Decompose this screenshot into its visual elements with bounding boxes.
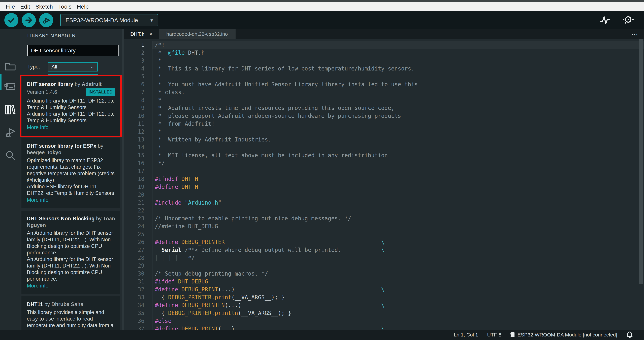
- code-line: 23/* Uncomment to enable printing out ni…: [124, 215, 644, 222]
- code-line: 21#include "Arduino.h": [124, 199, 644, 207]
- tab-dht-h[interactable]: DHT.h×: [124, 29, 159, 39]
- serial-plotter-button[interactable]: [600, 16, 610, 25]
- code-token: [178, 286, 182, 293]
- code-token: DEBUG_PRINTLN: [182, 302, 225, 308]
- line-content: */: [152, 159, 644, 167]
- library-list-item[interactable]: DHT sensor library by AdafruitVersion 1.…: [22, 76, 120, 136]
- board-selector-value: ESP32-WROOM-DA Module: [66, 17, 138, 24]
- sidebar-item-sketchbook[interactable]: [0, 57, 20, 76]
- card-meta: Version 1.4.6INSTALLED: [27, 88, 115, 96]
- line-content: *: [152, 57, 644, 65]
- code-token: DEBUG_PRINT: [182, 325, 218, 330]
- line-number: 16: [124, 159, 152, 167]
- code-line: 34#define DEBUG_PRINTLN(...) \: [124, 301, 644, 309]
- code-token: print: [215, 294, 231, 300]
- verify-button[interactable]: [4, 13, 18, 27]
- line-content: * MIT license, all text above must be in…: [152, 151, 644, 159]
- code-line: 2 * @file DHT.h: [124, 49, 644, 57]
- code-token: * Written by Adafruit Industries.: [155, 136, 271, 143]
- line-number: 22: [124, 207, 152, 215]
- code-token: */: [155, 160, 165, 166]
- description-line: Optimized libray to match ESP32 requirem…: [27, 157, 115, 183]
- library-name: DHT sensor library: [27, 81, 73, 87]
- sidebar-item-debug[interactable]: [0, 124, 20, 142]
- editor-tabbar: DHT.h×hardcoded-dht22-esp32.ino⋯: [124, 29, 644, 39]
- menu-item-sketch[interactable]: Sketch: [33, 3, 56, 10]
- code-line: 5 *: [124, 73, 644, 80]
- tab-overflow-menu[interactable]: ⋯: [631, 29, 639, 39]
- arduino-ide-window: FileEditSketchToolsHelp ESP32-WROOM-DA M…: [0, 0, 644, 340]
- filter-select-type[interactable]: All⌄: [48, 62, 98, 72]
- code-line: 24//#define DHT_DEBUG: [124, 222, 644, 230]
- code-line: 11 * from Adafruit!: [124, 120, 644, 128]
- code-line: 4 * This is a library for DHT series of …: [124, 65, 644, 73]
- encoding[interactable]: UTF-8: [487, 332, 502, 338]
- code-token: [182, 247, 185, 253]
- bug-play-icon: [42, 16, 50, 24]
- code-token: (...): [218, 286, 235, 293]
- line-number: 21: [124, 199, 152, 207]
- serial-monitor-button[interactable]: [622, 16, 634, 25]
- description-line: An Arduino library for the DHT sensor fa…: [27, 230, 115, 256]
- library-version: Version 1.4.6: [27, 89, 57, 95]
- line-content: *: [152, 96, 644, 104]
- search-icon: [5, 150, 16, 161]
- code-token: /*!: [155, 42, 165, 48]
- library-author: Dhruba Saha: [51, 301, 83, 307]
- code-line: 26#define DEBUG_PRINTER \: [124, 238, 644, 246]
- code-token: [225, 239, 381, 245]
- code-token: {: [155, 294, 168, 300]
- code-token: //#define DHT_DEBUG: [155, 223, 218, 230]
- debug-button[interactable]: [39, 13, 53, 27]
- board-selector[interactable]: ESP32-WROOM-DA Module ▾: [60, 14, 158, 26]
- library-list-item[interactable]: DHT sensor library for ESPx by beegee_to…: [22, 138, 120, 208]
- more-info-link[interactable]: More info: [27, 124, 115, 130]
- line-content: #define DHT_H: [152, 183, 644, 191]
- code-token: /**< Define where debug output will be p…: [185, 247, 341, 253]
- line-content: #define DEBUG_PRINTER \: [152, 238, 644, 246]
- code-token: println: [215, 310, 238, 316]
- panel-scrollbar[interactable]: [122, 29, 124, 330]
- cursor-position[interactable]: Ln 1, Col 1: [454, 332, 478, 338]
- code-line: 19#define DHT_H: [124, 183, 644, 191]
- library-list-item[interactable]: DHT11 by Dhruba SahaThis library provide…: [22, 296, 120, 330]
- menu-item-tools[interactable]: Tools: [56, 3, 74, 10]
- code-token: #define: [155, 184, 178, 190]
- line-content: /* Uncomment to enable printing out nice…: [152, 215, 644, 222]
- library-list-item[interactable]: DHT Sensors Non-Blocking by Toan NguyenA…: [22, 211, 120, 294]
- line-content: /*!: [152, 41, 644, 49]
- code-editor[interactable]: 1/*!2 * @file DHT.h3 *4 * This is a libr…: [124, 39, 644, 330]
- code-token: DHT_DEBUG: [178, 278, 208, 285]
- sidebar-item-boards-manager[interactable]: [0, 77, 20, 96]
- code-token: * class.: [155, 89, 185, 95]
- code-line: 29: [124, 262, 644, 270]
- code-token: [178, 239, 182, 245]
- bug-play-outline-icon: [5, 128, 16, 138]
- library-search-input[interactable]: [27, 45, 119, 56]
- menu-item-edit[interactable]: Edit: [18, 3, 33, 10]
- code-token: ": [218, 199, 222, 206]
- tab-hardcoded-dht22-esp32-ino[interactable]: hardcoded-dht22-esp32.ino: [159, 29, 236, 39]
- line-number: 17: [124, 167, 152, 175]
- sidebar-item-search[interactable]: [0, 146, 20, 165]
- line-number: 3: [124, 57, 152, 65]
- sidebar-item-library-manager[interactable]: [0, 100, 20, 119]
- close-icon[interactable]: ×: [149, 31, 152, 37]
- code-token: #define: [155, 302, 178, 308]
- menu-item-help[interactable]: Help: [74, 3, 91, 10]
- more-info-link[interactable]: More info: [27, 197, 115, 203]
- board-status[interactable]: ESP32-WROOM-DA Module [not connected]: [510, 332, 617, 338]
- code-token: *: [155, 97, 162, 103]
- more-info-link[interactable]: More info: [27, 282, 115, 289]
- code-line: 27 Serial /**< Define where debug output…: [124, 246, 644, 254]
- upload-button[interactable]: [22, 13, 36, 27]
- line-content: #else: [152, 317, 644, 325]
- line-content: Serial /**< Define where debug output wi…: [152, 246, 644, 254]
- status-bar: Ln 1, Col 1 UTF-8 ESP32-WROOM-DA Module …: [0, 330, 644, 340]
- notifications-bell-icon[interactable]: [626, 331, 633, 338]
- code-token: (: [238, 310, 242, 316]
- code-token: #include: [155, 199, 182, 206]
- menu-item-file[interactable]: File: [3, 3, 18, 10]
- code-token: DEBUG_PRINTER: [182, 239, 225, 245]
- editor-scrollbar[interactable]: [639, 39, 643, 284]
